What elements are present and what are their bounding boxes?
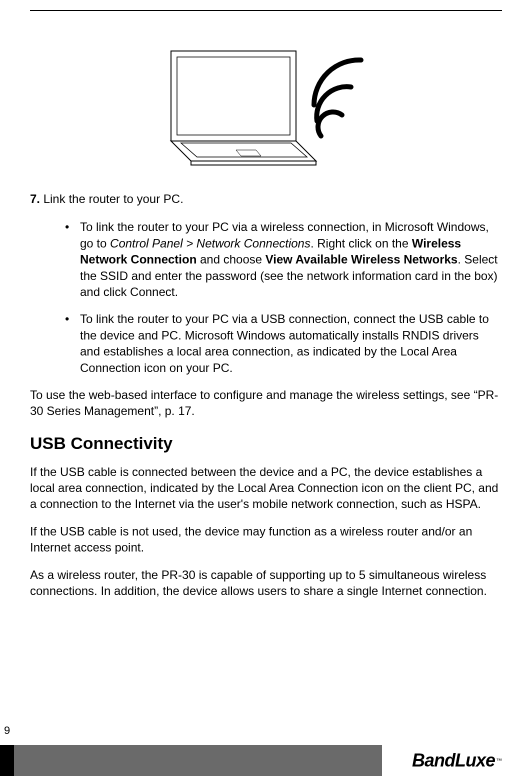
footer-block-gray <box>14 745 382 776</box>
paragraph: If the USB cable is not used, the device… <box>30 524 502 556</box>
footer-block-black <box>0 745 14 776</box>
laptop-wifi-icon <box>166 26 366 166</box>
text-run: . Right click on the <box>310 236 412 250</box>
logo-text: BandLuxe <box>412 750 495 771</box>
svg-marker-1 <box>191 161 316 165</box>
svg-marker-3 <box>236 150 261 156</box>
brand-logo: BandLuxe™ <box>382 745 532 776</box>
text-run-italic: Control Panel > Network Connections <box>110 236 310 250</box>
paragraph: To use the web-based interface to config… <box>30 387 502 420</box>
footer-bar: BandLuxe™ <box>0 745 532 776</box>
bullet-dot-icon <box>65 311 80 376</box>
trademark-icon: ™ <box>496 757 502 764</box>
page-number: 9 <box>4 724 10 737</box>
bullet-text: To link the router to your PC via a wire… <box>80 219 502 300</box>
section-heading-usb: USB Connectivity <box>30 434 502 453</box>
text-run: and choose <box>196 252 265 266</box>
bullet-item: To link the router to your PC via a USB … <box>65 311 502 376</box>
step-text: Link the router to your PC. <box>44 192 184 206</box>
step-7: 7. Link the router to your PC. <box>30 191 502 207</box>
svg-marker-4 <box>171 51 296 141</box>
text-run: To link the router to your PC via a USB … <box>80 312 489 374</box>
svg-marker-5 <box>177 57 290 135</box>
paragraph: If the USB cable is connected between th… <box>30 464 502 512</box>
text-run-bold: View Available Wireless Networks <box>266 252 458 266</box>
bullet-text: To link the router to your PC via a USB … <box>80 311 502 376</box>
illustration-area <box>30 26 502 166</box>
bullet-list: To link the router to your PC via a wire… <box>30 219 502 376</box>
step-number: 7. <box>30 192 40 206</box>
bullet-item: To link the router to your PC via a wire… <box>65 219 502 300</box>
paragraph: As a wireless router, the PR-30 is capab… <box>30 567 502 600</box>
page-content: 7. Link the router to your PC. To link t… <box>0 0 532 599</box>
svg-marker-0 <box>171 141 316 161</box>
bullet-dot-icon <box>65 219 80 300</box>
top-rule <box>30 10 502 11</box>
